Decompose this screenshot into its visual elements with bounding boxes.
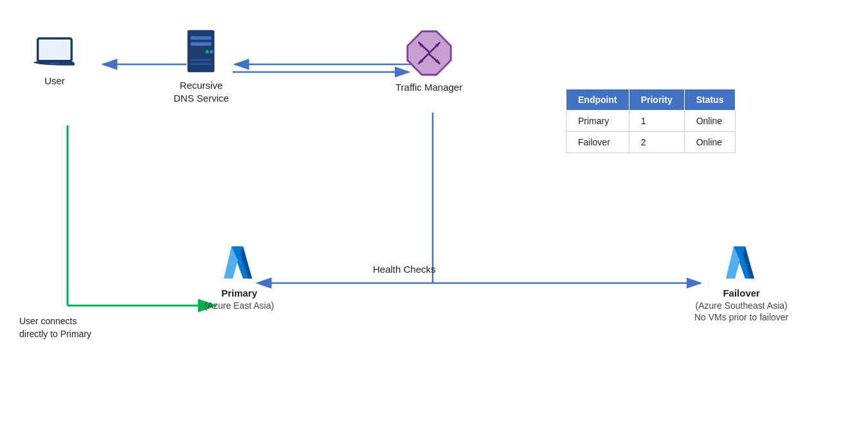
table-header-priority: Priority — [629, 89, 684, 111]
primary-node: Primary (Azure East Asia) — [204, 241, 274, 311]
svg-rect-14 — [191, 63, 212, 65]
svg-rect-7 — [50, 62, 59, 64]
endpoint-table: Endpoint Priority Status Primary 1 Onlin… — [566, 89, 736, 153]
svg-rect-10 — [191, 42, 212, 46]
priority-failover: 2 — [629, 132, 684, 153]
primary-label: Primary — [221, 287, 257, 300]
health-checks-label: Health Checks — [373, 264, 436, 275]
status-primary: Online — [684, 111, 736, 132]
failover-node: Failover (Azure Southeast Asia) No VMs p… — [694, 241, 788, 323]
status-failover: Online — [684, 132, 736, 153]
table-row-primary: Primary 1 Online — [566, 111, 736, 132]
svg-point-12 — [210, 50, 213, 54]
dns-label: RecursiveDNS Service — [174, 79, 229, 104]
failover-sublabel2: No VMs prior to failover — [694, 311, 788, 323]
svg-rect-6 — [40, 41, 69, 59]
traffic-manager-label: Traffic Manager — [395, 81, 462, 94]
dns-node: RecursiveDNS Service — [174, 29, 229, 104]
endpoint-failover: Failover — [566, 132, 629, 153]
primary-sublabel: (Azure East Asia) — [204, 300, 274, 311]
laptop-icon — [32, 35, 77, 71]
traffic-manager-node: Traffic Manager — [395, 29, 462, 94]
endpoint-primary: Primary — [566, 111, 629, 132]
table-header-status: Status — [684, 89, 736, 111]
svg-rect-13 — [191, 59, 212, 61]
user-label: User — [44, 75, 65, 87]
table-header-endpoint: Endpoint — [566, 89, 629, 111]
table-row-failover: Failover 2 Online — [566, 132, 736, 153]
user-connects-label: User connectsdirectly to Primary — [19, 315, 91, 340]
failover-sublabel: (Azure Southeast Asia) — [696, 300, 788, 311]
priority-primary: 1 — [629, 111, 684, 132]
server-icon — [183, 29, 219, 74]
failover-label: Failover — [723, 287, 760, 300]
azure-logo-failover — [721, 241, 763, 283]
svg-point-11 — [206, 50, 210, 54]
svg-rect-9 — [191, 36, 212, 40]
user-node: User — [32, 35, 77, 87]
diagram-container: User RecursiveDNS Service — [0, 0, 868, 422]
traffic-manager-icon — [405, 29, 453, 77]
azure-logo-primary — [219, 241, 260, 283]
